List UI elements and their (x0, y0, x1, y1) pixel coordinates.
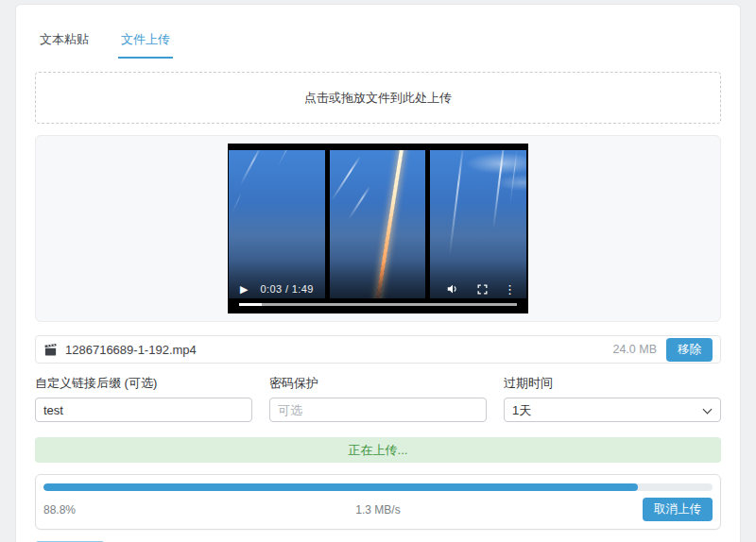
tab-text-paste[interactable]: 文本粘贴 (37, 29, 92, 59)
expiry-field-group: 过期时间 1天 (504, 375, 721, 422)
video-time-label: 0:03 / 1:49 (260, 283, 313, 295)
expiry-select[interactable]: 1天 (504, 398, 721, 422)
fullscreen-icon[interactable] (476, 283, 489, 296)
uploaded-file-row: 1286716689-1-192.mp4 24.0 MB 移除 (35, 335, 721, 364)
progress-info-row: 88.8% 1.3 MB/s 取消上传 (43, 498, 713, 521)
cancel-upload-button[interactable]: 取消上传 (643, 498, 713, 521)
upload-options-form: 自定义链接后缀 (可选) 密码保护 过期时间 1天 (35, 375, 721, 422)
meteor-streak (278, 150, 293, 167)
video-seek-played (239, 303, 262, 306)
meteor-streak (348, 185, 371, 219)
custom-suffix-field-group: 自定义链接后缀 (可选) (35, 375, 252, 422)
password-label: 密码保护 (269, 375, 487, 392)
meteor-streak (240, 150, 262, 186)
file-name: 1286716689-1-192.mp4 (65, 343, 612, 357)
video-seek-bar[interactable] (239, 303, 517, 306)
meteor-streak (331, 156, 361, 201)
progress-fill (43, 483, 638, 491)
expiry-label: 过期时间 (504, 375, 721, 392)
custom-suffix-label: 自定义链接后缀 (可选) (35, 375, 252, 392)
progress-track (43, 483, 713, 491)
upload-status-text: 正在上传... (349, 442, 408, 459)
clapperboard-icon (43, 343, 58, 357)
dropzone-label: 点击或拖放文件到此处上传 (304, 90, 452, 107)
meteor-streak (232, 193, 242, 213)
password-field-group: 密码保护 (269, 375, 487, 422)
tab-bar: 文本粘贴 文件上传 (37, 29, 719, 59)
file-dropzone[interactable]: 点击或拖放文件到此处上传 (35, 72, 721, 124)
video-menu-icon[interactable]: ⋮ (504, 283, 516, 296)
upload-progress-card: 88.8% 1.3 MB/s 取消上传 (35, 474, 721, 530)
meteor-streak-bright (373, 150, 404, 298)
play-button[interactable]: ▶ (240, 284, 248, 295)
remove-file-button[interactable]: 移除 (666, 338, 713, 362)
progress-percent: 88.8% (43, 503, 76, 517)
preview-card: ▶ 0:03 / 1:49 ⋮ (35, 135, 721, 322)
video-preview-frame (330, 150, 426, 298)
file-size: 24.0 MB (612, 343, 657, 356)
upload-panel: 文本粘贴 文件上传 点击或拖放文件到此处上传 (15, 4, 741, 542)
video-preview-frame (430, 150, 526, 298)
meteor-streak (492, 150, 506, 230)
upload-status-alert: 正在上传... (35, 437, 721, 463)
video-preview-frame (229, 150, 325, 298)
password-input[interactable] (269, 398, 487, 422)
custom-suffix-input[interactable] (35, 398, 252, 422)
volume-icon[interactable] (446, 282, 459, 296)
meteor-streak (449, 150, 464, 255)
meteor-streak (509, 150, 517, 203)
upload-speed: 1.3 MB/s (355, 503, 400, 517)
video-player[interactable]: ▶ 0:03 / 1:49 ⋮ (228, 144, 528, 313)
tab-file-upload[interactable]: 文件上传 (118, 29, 173, 59)
video-controls: ▶ 0:03 / 1:49 ⋮ (240, 282, 516, 296)
